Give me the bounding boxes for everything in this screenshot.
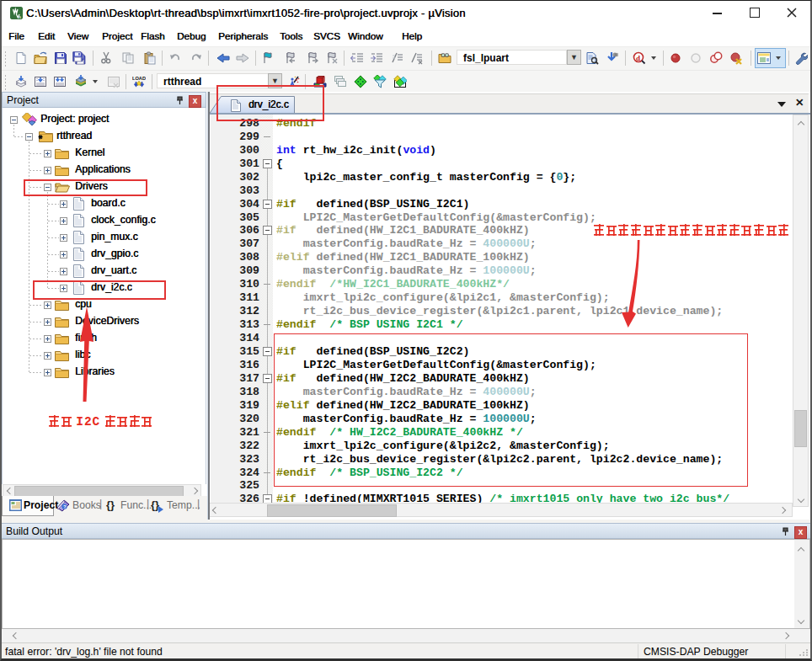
svg-text:LOAD: LOAD: [132, 76, 146, 81]
svg-text:s: s: [19, 14, 21, 19]
svg-text:?: ?: [63, 504, 67, 509]
svg-text:d: d: [636, 54, 640, 62]
